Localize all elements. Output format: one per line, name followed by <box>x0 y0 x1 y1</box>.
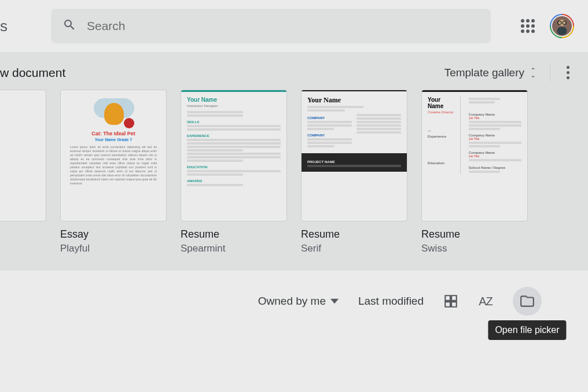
sort-label: Last modified <box>358 295 424 307</box>
chevron-down-icon <box>330 297 339 305</box>
template-card-resume-swiss[interactable]: Your Name Creative Director — Experience… <box>421 90 528 254</box>
template-subtitle: Playful <box>60 243 167 254</box>
search-bar[interactable] <box>51 9 491 43</box>
template-gallery-label: Template gallery <box>444 66 524 79</box>
tooltip: Open file picker <box>488 320 566 340</box>
documents-toolbar: Owned by me Last modified AZ Open file p… <box>0 271 588 321</box>
resume-name: Your Name <box>428 97 457 109</box>
template-title: Resume <box>421 228 528 241</box>
template-subtitle: Spearmint <box>181 243 287 254</box>
template-thumbnail: Your Name Creative Director — Experience… <box>421 90 528 221</box>
unfold-icon: ⌃⌄ <box>530 68 536 77</box>
template-subtitle: Serif <box>301 243 407 254</box>
separator <box>550 64 550 82</box>
app-header: s <box>0 0 588 52</box>
folder-icon <box>520 294 535 309</box>
template-subtitle: Swiss <box>421 243 528 254</box>
template-gallery-button[interactable]: Template gallery ⌃⌄ <box>444 66 536 79</box>
tooltip-text: Open file picker <box>495 325 559 335</box>
template-thumbnail: Cat: The Ideal Pet Your Name Grade 7 Lor… <box>60 90 167 221</box>
resume-role: Creative Director <box>428 110 457 114</box>
template-card-resume-serif[interactable]: Your Name Company Company Project <box>301 90 407 254</box>
template-card-resume-spearmint[interactable]: Your Name Interaction Designer Skills Ex… <box>181 90 287 254</box>
resume-role: Interaction Designer <box>187 104 281 108</box>
essay-subtitle: Your Name Grade 7 <box>67 138 160 142</box>
template-title: Resume <box>301 228 407 241</box>
az-label: AZ <box>479 295 493 308</box>
app-logo-fragment: s <box>0 14 12 38</box>
account-avatar[interactable] <box>550 14 574 38</box>
template-card-essay[interactable]: Cat: The Ideal Pet Your Name Grade 7 Lor… <box>60 90 167 254</box>
svg-point-0 <box>558 20 565 26</box>
resume-name: Your Name <box>307 96 401 105</box>
template-row: Cat: The Ideal Pet Your Name Grade 7 Lor… <box>0 90 588 254</box>
search-icon <box>63 18 76 34</box>
template-title: Essay <box>60 228 167 241</box>
svg-rect-1 <box>557 27 567 35</box>
essay-title: Cat: The Ideal Pet <box>67 131 160 136</box>
template-thumbnail: Your Name Interaction Designer Skills Ex… <box>181 90 287 221</box>
more-options-icon[interactable] <box>564 64 572 82</box>
sort-az-icon[interactable]: AZ <box>478 294 493 309</box>
owner-filter-label: Owned by me <box>258 295 326 308</box>
owner-filter-dropdown[interactable]: Owned by me <box>258 295 339 308</box>
grid-view-icon[interactable] <box>443 294 458 309</box>
search-input[interactable] <box>87 19 479 33</box>
open-file-picker-button[interactable]: Open file picker <box>513 287 542 316</box>
apps-launcher-icon[interactable] <box>521 19 535 33</box>
template-gallery-section: w document Template gallery ⌃⌄ Cat: The … <box>0 52 588 271</box>
sort-dropdown[interactable]: Last modified <box>358 295 424 308</box>
template-thumbnail: Your Name Company Company Project <box>301 90 407 221</box>
template-card[interactable] <box>0 90 46 254</box>
section-title: w document <box>0 66 65 80</box>
template-title: Resume <box>181 228 287 241</box>
template-thumbnail <box>0 90 46 221</box>
resume-name: Your Name <box>187 97 281 103</box>
